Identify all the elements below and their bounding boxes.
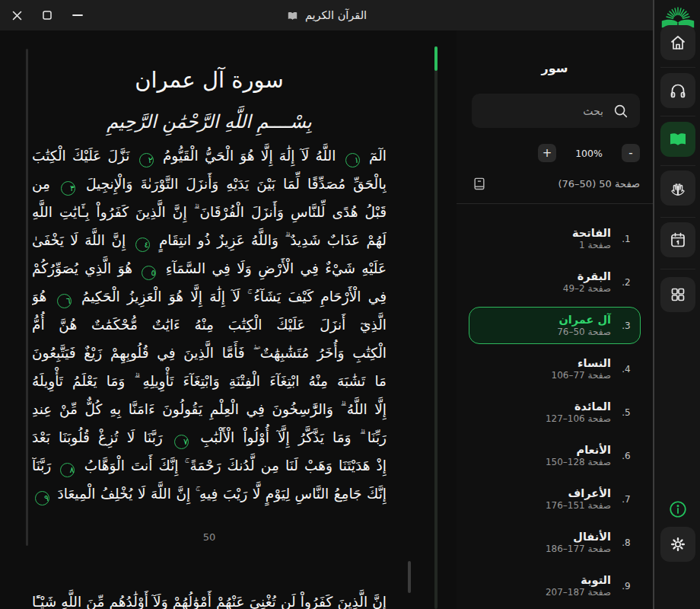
page-status-row: صفحة 50 (50–76) [472, 174, 640, 193]
next-page-text: إِنَّ الَّذِينَ كَفَرُواْ لَن تُغْنِيَ ع… [32, 588, 387, 609]
surah-list-item[interactable]: 4. النساء صفحة 77–106 [469, 350, 641, 387]
surah-number: 6. [620, 451, 632, 461]
rail-separator [660, 116, 695, 116]
surah-name: التوبة [546, 574, 611, 586]
surah-name: الأنفال [546, 531, 611, 543]
surah-number: 5. [620, 407, 632, 418]
nav-calendar-button[interactable] [660, 222, 695, 257]
surah-list-item[interactable]: 6. الأنعام صفحة 128–150 [469, 437, 641, 474]
nav-reader-button[interactable] [660, 122, 695, 157]
rail-separator [660, 269, 695, 269]
reader-scrollbar-thumb[interactable] [434, 46, 438, 71]
settings-button[interactable] [660, 527, 695, 562]
surah-text-block: البقرة صفحة 2–49 [563, 270, 611, 294]
zoom-level: 100% [574, 148, 603, 159]
calendar-icon [669, 231, 687, 249]
surah-list-item[interactable]: 7. الأعراف صفحة 151–176 [469, 480, 641, 518]
surah-panel: سور - 100% + صفحة 50 (50–76) 1. [457, 30, 653, 609]
nav-home-button[interactable] [660, 25, 695, 60]
info-button[interactable] [667, 499, 689, 520]
ayah-marker: ٩ [35, 491, 49, 505]
surah-pages: صفحة 187–207 [546, 587, 611, 598]
zoom-in-button[interactable]: + [538, 144, 556, 162]
reader-content: سورة آل عمران بِسْــــمِ اللَّهِ الرَّحْ… [0, 30, 457, 609]
surah-number: 7. [620, 494, 632, 505]
rail-separator [660, 165, 695, 166]
surah-name: النساء [552, 357, 611, 369]
zoom-out-button[interactable]: - [622, 144, 640, 162]
surah-pages: صفحة 77–106 [552, 370, 611, 381]
surah-list-item[interactable]: 5. المائدة صفحة 106–127 [469, 394, 641, 431]
nav-rail [653, 0, 700, 609]
surah-text-block: الأنفال صفحة 177–186 [546, 531, 611, 554]
nav-apps-button[interactable] [660, 277, 695, 312]
reader-scrollbar-track[interactable] [434, 46, 438, 609]
surah-name: المائدة [546, 400, 611, 413]
headphones-icon [669, 81, 687, 100]
search-input[interactable] [471, 105, 603, 117]
surah-text-block: النساء صفحة 77–106 [552, 357, 611, 381]
surah-name: آل عمران [557, 314, 611, 326]
surah-list-item[interactable]: 3. آل عمران صفحة 50–76 [469, 307, 641, 344]
surah-page-title: سورة آل عمران [32, 67, 387, 93]
quran-line: إِلَّا اللَّهُ ۗ وَالرَّٰسِخُونَ فِي الْ… [32, 395, 387, 423]
surah-pages: صفحة 177–186 [546, 544, 611, 554]
quran-line: مَا تَشَٰبَهَ مِنْهُ ابْتِغَآءَ الْفِتْن… [32, 367, 387, 395]
surah-name: الأعراف [546, 487, 611, 499]
ayah-marker: ٣ [61, 181, 75, 196]
zoom-controls: - 100% + [472, 143, 640, 163]
ayah-marker: ٨ [60, 463, 75, 477]
surah-text-block: الأنعام صفحة 128–150 [546, 444, 611, 467]
rail-separator [660, 217, 695, 218]
book-icon [286, 10, 299, 21]
surah-pages: صفحة 106–127 [546, 413, 611, 424]
quran-line: رَبِّنَا ۗ وَمَا يَذَّكَّرُ إِلَّآ أُوْل… [32, 423, 387, 451]
ayah-marker: ٧ [174, 435, 189, 449]
grid-icon [669, 285, 687, 304]
surah-number: 2. [620, 277, 632, 288]
surah-text-block: التوبة صفحة 187–207 [546, 574, 611, 598]
surah-list-item[interactable]: 2. البقرة صفحة 2–49 [469, 263, 641, 301]
ayah-marker: ١ [345, 153, 360, 167]
info-icon [668, 499, 688, 519]
quran-line: الٓمٓ ١ اللَّهُ لَآ إِلَٰهَ إِلَّا هُوَ … [32, 142, 387, 170]
nav-dua-button[interactable] [660, 171, 695, 206]
search-icon [612, 103, 629, 120]
quran-line: إِذْ هَدَيْتَنَا وَهَبْ لَنَا مِن لَّدُن… [32, 451, 387, 480]
quran-line: الْكِتَٰبِ وَأُخَرُ مُتَشَٰبِهَٰتٌ ۖ فَأ… [32, 339, 387, 367]
quran-line: لَهُمْ عَذَابٌ شَدِيدٌ ۗ وَاللَّهُ عَزِي… [32, 226, 387, 254]
surah-pages: صفحة 50–76 [557, 327, 611, 337]
search-box [472, 94, 640, 128]
surah-list-item[interactable]: 8. الأنفال صفحة 177–186 [469, 524, 641, 561]
surah-number: 1. [620, 234, 632, 244]
quran-lines: الٓمٓ ١ اللَّهُ لَآ إِلَٰهَ إِلَّا هُوَ … [32, 142, 387, 512]
surah-pages: صفحة 2–49 [563, 283, 611, 294]
surah-name: البقرة [563, 270, 611, 282]
panel-divider [457, 203, 653, 204]
ayah-marker: ٥ [142, 266, 156, 280]
quran-line: قَبْلُ هُدًى لِّلنَّاسِ وَأَنزَلَ الْفُر… [32, 198, 387, 226]
surah-name: الأنعام [546, 444, 611, 456]
surah-list: 1. الفاتحة صفحة 1 2. البقرة صفحة 2–49 3.… [457, 215, 653, 609]
journal-icon[interactable] [472, 175, 487, 192]
quran-line: الَّذِيٓ أَنزَلَ عَلَيْكَ الْكِتَٰبَ مِن… [32, 311, 387, 339]
surah-number: 3. [620, 320, 632, 331]
surah-list-item[interactable]: 1. الفاتحة صفحة 1 [469, 220, 641, 257]
surah-list-item[interactable]: 9. التوبة صفحة 187–207 [469, 567, 641, 604]
surah-pages: صفحة 128–150 [546, 457, 611, 467]
rail-separator [660, 67, 695, 68]
quran-line: بِالْحَقِّ مُصَدِّقًا لِّمَا بَيْنَ يَدَ… [32, 170, 387, 198]
book-open-icon [668, 130, 688, 148]
praying-hands-icon [668, 179, 688, 197]
page-number: 50 [32, 531, 387, 543]
quran-line: إِنَّكَ جَامِعُ النَّاسِ لِيَوْمٍ لَّا ر… [32, 480, 387, 508]
surah-number: 8. [620, 537, 632, 548]
surah-pages: صفحة 1 [572, 240, 611, 250]
surah-text-block: الأعراف صفحة 151–176 [546, 487, 611, 511]
surah-text-block: المائدة صفحة 106–127 [546, 400, 611, 424]
nav-audio-button[interactable] [660, 73, 695, 108]
ayah-marker: ٤ [135, 238, 150, 252]
ayah-marker: ٢ [139, 153, 154, 167]
ayah-marker: ٦ [57, 294, 72, 308]
surah-number: 4. [620, 364, 632, 375]
